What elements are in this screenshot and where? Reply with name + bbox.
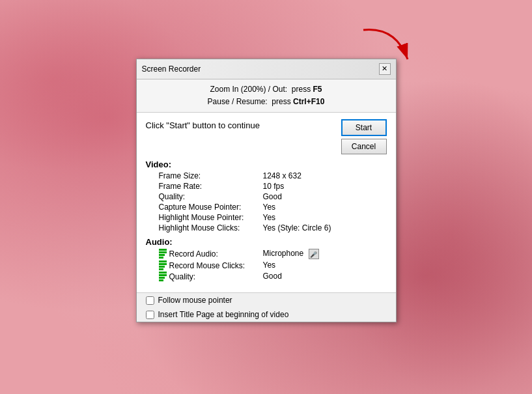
audio-row-3: Quality: [159,272,263,281]
start-button[interactable]: Start [341,119,387,136]
record-clicks-label: Record Mouse Clicks: [146,260,263,271]
table-row: Quality: Good [146,191,387,202]
record-clicks-value: Yes [263,260,387,271]
microphone-icon: 🎤 [309,249,319,259]
content-area: Click "Start" button to continue Start C… [137,113,396,293]
click-start-row: Click "Start" button to continue Start C… [146,119,387,154]
table-row: Record Mouse Clicks: Yes [146,260,387,271]
dialog-title: Screen Recorder [142,64,201,74]
volume-indicator [159,249,167,259]
pause-key: Ctrl+F10 [293,97,324,106]
table-row: Frame Size: 1248 x 632 [146,171,387,181]
pause-info: Pause / Resume: press Ctrl+F10 [147,96,385,108]
table-row: Frame Rate: 10 fps [146,181,387,191]
zoom-label: Zoom In (200%) / Out: [210,85,287,94]
click-start-text: Click "Start" button to continue [146,119,260,130]
pause-prefix: press [272,97,290,106]
audio-quality-label-text: Quality: [169,272,196,281]
volume-indicator-3 [159,272,167,281]
frame-size-label: Frame Size: [146,171,263,181]
capture-mouse-value: Yes [263,202,387,212]
audio-section-label: Audio: [146,237,387,247]
follow-mouse-label: Follow mouse pointer [158,296,232,305]
highlight-pointer-label: Highlight Mouse Pointer: [146,212,263,223]
volume-bar-1 [159,249,167,251]
quality-label: Quality: [146,191,263,202]
pause-label: Pause / Resume: [208,97,268,106]
record-clicks-label-text: Record Mouse Clicks: [169,261,245,270]
close-button[interactable]: ✕ [379,63,391,75]
table-row: Highlight Mouse Clicks: Yes (Style: Circ… [146,223,387,233]
audio-props-table: Record Audio: Microphone 🎤 [146,248,387,282]
cancel-button[interactable]: Cancel [341,139,387,154]
zoom-key: F5 [313,85,322,94]
audio-row: Record Audio: [159,249,263,259]
table-row: Highlight Mouse Pointer: Yes [146,212,387,223]
video-props-table: Frame Size: 1248 x 632 Frame Rate: 10 fp… [146,171,387,233]
record-audio-label: Record Audio: [169,249,218,259]
capture-mouse-label: Capture Mouse Pointer: [146,202,263,212]
insert-title-row: Insert Title Page at beginning of video [137,307,396,322]
video-section-label: Video: [146,160,387,169]
follow-mouse-row: Follow mouse pointer [137,293,396,307]
screen-recorder-dialog: Screen Recorder ✕ Zoom In (200%) / Out: … [136,59,397,322]
frame-rate-value: 10 fps [263,181,387,191]
title-bar: Screen Recorder ✕ [137,59,396,79]
volume-bar-3 [159,254,165,256]
volume-indicator-2 [159,260,167,270]
quality-value: Good [263,191,387,202]
highlight-clicks-label: Highlight Mouse Clicks: [146,223,263,233]
audio-row-2: Record Mouse Clicks: [159,260,263,270]
frame-rate-label: Frame Rate: [146,181,263,191]
zoom-info: Zoom In (200%) / Out: press F5 [147,83,385,96]
audio-quality-value: Good [263,271,387,282]
volume-bar-4 [159,257,163,259]
highlight-pointer-value: Yes [263,212,387,223]
audio-quality-label: Quality: [146,271,263,282]
follow-mouse-checkbox[interactable] [146,296,154,305]
audio-record-label: Record Audio: [146,248,263,260]
record-audio-value: Microphone 🎤 [263,248,387,260]
microphone-text: Microphone [263,249,304,258]
frame-size-value: 1248 x 632 [263,171,387,181]
table-row: Quality: Good [146,271,387,282]
insert-title-checkbox[interactable] [146,311,154,319]
insert-title-label: Insert Title Page at beginning of video [158,310,289,319]
highlight-clicks-value: Yes (Style: Circle 6) [263,223,387,233]
info-bar: Zoom In (200%) / Out: press F5 Pause / R… [137,79,396,113]
table-row: Record Audio: Microphone 🎤 [146,248,387,260]
table-row: Capture Mouse Pointer: Yes [146,202,387,212]
action-buttons: Start Cancel [341,119,387,154]
volume-bar-2 [159,251,167,253]
zoom-prefix: press [292,85,311,94]
